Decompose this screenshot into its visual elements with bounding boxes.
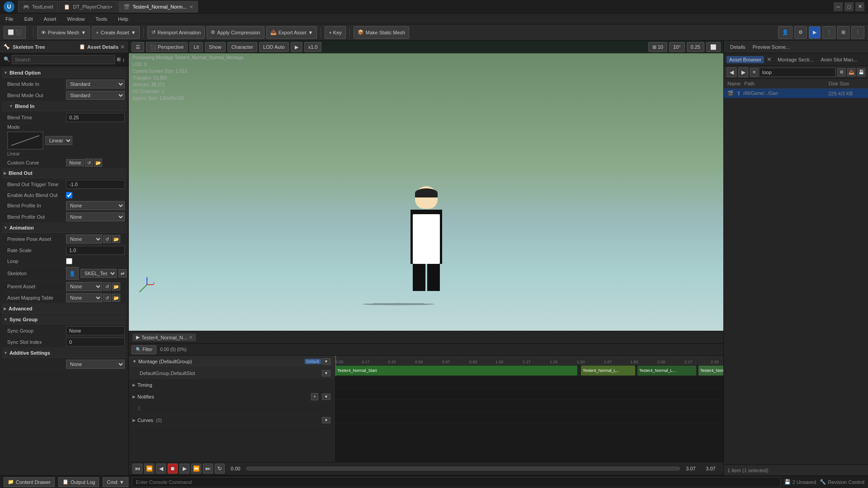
timeline-tab-close-icon[interactable]: ✕ xyxy=(189,335,193,340)
ab-save-button[interactable]: 💾 xyxy=(857,68,865,76)
record-button[interactable]: ⏺ xyxy=(168,464,178,474)
play-back-button[interactable]: ◀ xyxy=(156,464,166,474)
blend-mode-in-select[interactable]: Standard xyxy=(66,80,125,89)
ab-search-input[interactable] xyxy=(759,68,835,77)
show-button[interactable]: Show xyxy=(205,42,226,52)
console-input[interactable] xyxy=(132,477,781,487)
sync-group-section[interactable]: ▼ Sync Group xyxy=(2,314,127,324)
notifies-expand-button[interactable]: ▼ xyxy=(322,394,330,400)
preview-mesh-button[interactable]: 👁 Preview Mesh ▼ xyxy=(37,26,90,39)
animation-section[interactable]: ▼ Animation xyxy=(2,223,127,233)
blend-time-input[interactable] xyxy=(66,113,125,122)
blend-profile-in-select[interactable]: None xyxy=(66,201,125,210)
skeleton-swap-icon[interactable]: ⇄ xyxy=(118,269,127,277)
mapping-refresh-icon[interactable]: ↺ xyxy=(103,294,111,302)
timing-track-header[interactable]: ▶ Timing xyxy=(129,379,334,391)
rate-scale-input[interactable] xyxy=(66,246,125,255)
skeleton-select[interactable]: SKEL_Tester4 xyxy=(80,269,117,278)
menu-tools[interactable]: Tools xyxy=(94,15,109,23)
menu-window[interactable]: Window xyxy=(65,15,86,23)
notifies-add-button[interactable]: + xyxy=(311,393,318,400)
curves-expand-button[interactable]: ▼ xyxy=(322,417,330,423)
fullscreen-button[interactable]: ⬜ xyxy=(706,42,721,52)
revision-control[interactable]: 🔧 Revision Control xyxy=(820,479,864,485)
additive-settings-section[interactable]: ▼ Additive Settings xyxy=(2,348,127,358)
timeline-scrubber[interactable] xyxy=(246,467,680,470)
ab-row-tester4-loop[interactable]: 🎬 Tester4_Normal_Loop /All/Game/.../Gan … xyxy=(724,89,868,99)
ab-clear-search-button[interactable]: ✕ xyxy=(750,68,758,77)
panel-close-icon[interactable]: ✕ xyxy=(120,44,125,50)
lod-auto-button[interactable]: LOD Auto xyxy=(259,42,289,52)
advanced-section[interactable]: ▶ Advanced xyxy=(2,304,127,314)
cam-speed-button[interactable]: 0.25 xyxy=(687,42,704,52)
character-button[interactable]: Character xyxy=(227,42,257,52)
search-input[interactable] xyxy=(12,55,115,64)
montage-section-tab[interactable]: Montage Secti... xyxy=(775,56,816,63)
clip-tester4-loop2[interactable]: Tester4_Normal_L... xyxy=(637,366,696,375)
mapping-browse-icon[interactable]: 📂 xyxy=(112,294,120,302)
clip-tester4-start[interactable]: Tester4_Normal_Start xyxy=(335,366,577,375)
sync-slot-input[interactable] xyxy=(66,338,125,347)
slot-header[interactable]: DefaultGroup.DefaultSlot ▼ xyxy=(129,367,334,379)
tab-dt-player[interactable]: 📋 DT_PlayerChars+ xyxy=(59,1,118,13)
auto-blend-checkbox[interactable] xyxy=(66,192,72,198)
minimize-button[interactable]: ─ xyxy=(834,2,843,11)
asset-browser-close-button[interactable]: ✕ xyxy=(766,56,773,63)
cmd-button[interactable]: Cmd ▼ xyxy=(103,477,128,487)
additive-select[interactable]: None xyxy=(66,360,125,369)
layout-button[interactable]: ⊞ xyxy=(837,26,849,39)
make-static-mesh-button[interactable]: 📦 Make Static Mesh xyxy=(354,26,409,39)
preview-pose-select[interactable]: None xyxy=(66,235,102,244)
reimport-button[interactable]: ↺ Reimport Animation xyxy=(147,26,205,39)
filter-button[interactable]: 🔍 Filter xyxy=(132,345,156,354)
hamburger-menu-button[interactable]: ☰ xyxy=(132,42,144,52)
parent-refresh-icon[interactable]: ↺ xyxy=(103,282,111,291)
montage-group-header[interactable]: ▼ Montage (DefaultGroup) Default ▼ xyxy=(129,356,334,367)
playback-speed-button[interactable]: x1.0 xyxy=(304,42,322,52)
grid-toggle-button[interactable]: ⊞ 10 xyxy=(648,42,667,52)
perspective-button[interactable]: ⬛ Perspective xyxy=(146,42,188,52)
more-options-button[interactable]: ⋮ xyxy=(822,26,835,39)
play-mode-button[interactable]: ▶ xyxy=(809,26,821,39)
step-forward-button[interactable]: ⏩ xyxy=(191,464,201,474)
create-asset-button[interactable]: + Create Asset ▼ xyxy=(92,26,140,39)
lit-button[interactable]: Lit xyxy=(189,42,203,52)
ab-import-button[interactable]: 📥 xyxy=(847,68,855,76)
play-forward-button[interactable]: ▶ xyxy=(179,464,189,474)
montage-dropdown-button[interactable]: ▼ xyxy=(322,358,330,365)
asset-mapping-select[interactable]: None xyxy=(66,293,102,302)
maximize-button[interactable]: □ xyxy=(844,2,854,11)
blend-profile-out-select[interactable]: None xyxy=(66,212,125,221)
timeline-tab[interactable]: ▶ Tester4_Normal_N... ✕ xyxy=(132,333,196,341)
settings-icon-button[interactable]: ⚙ xyxy=(794,26,807,39)
apply-compression-button[interactable]: ⚙ Apply Compression xyxy=(207,26,264,39)
loop-toggle-button[interactable]: ↻ xyxy=(215,464,225,474)
preview-pose-refresh-icon[interactable]: ↺ xyxy=(103,235,111,243)
tab-test-level[interactable]: 🎮 TestLevel xyxy=(18,1,58,13)
blend-out-section[interactable]: ▶ Blend Out xyxy=(2,168,127,178)
export-asset-button[interactable]: 📤 Export Asset ▼ xyxy=(266,26,317,39)
angle-button[interactable]: 10° xyxy=(669,42,685,52)
toolbar-icons[interactable]: ⬜ ⬛ xyxy=(4,26,26,39)
extra-button[interactable]: ⋮ xyxy=(851,26,864,39)
clip-tester4-loop3[interactable]: Tester4_Normal_L... xyxy=(698,366,723,375)
notifies-track-header[interactable]: ▶ Notifies + ▼ xyxy=(129,391,334,403)
menu-edit[interactable]: Edit xyxy=(23,15,35,23)
clip-tester4-loop1[interactable]: Tester4_Normal_L... xyxy=(581,366,635,375)
anim-slot-tab[interactable]: Anim Slot Man... xyxy=(818,56,860,63)
curves-track-header[interactable]: ▶ Curves (0) ▼ xyxy=(129,414,334,426)
play-anim-button[interactable]: ▶ xyxy=(291,42,302,52)
person-icon-button[interactable]: 👤 xyxy=(778,26,793,39)
step-back-button[interactable]: ⏪ xyxy=(144,464,154,474)
sync-group-input[interactable] xyxy=(66,326,125,335)
menu-file[interactable]: File xyxy=(4,15,15,23)
ab-forward-button[interactable]: ▶ xyxy=(738,67,748,77)
parent-asset-select[interactable]: None xyxy=(66,282,102,291)
skip-to-start-button[interactable]: ⏮ xyxy=(132,464,142,474)
menu-help[interactable]: Help xyxy=(116,15,130,23)
parent-browse-icon[interactable]: 📂 xyxy=(112,282,120,291)
preview-scene-tab[interactable]: Preview Scene... xyxy=(750,43,793,51)
menu-asset[interactable]: Asset xyxy=(42,15,58,23)
content-drawer-button[interactable]: 📁 Content Drawer xyxy=(4,477,55,487)
asset-browser-tab[interactable]: Asset Browser xyxy=(726,56,764,63)
